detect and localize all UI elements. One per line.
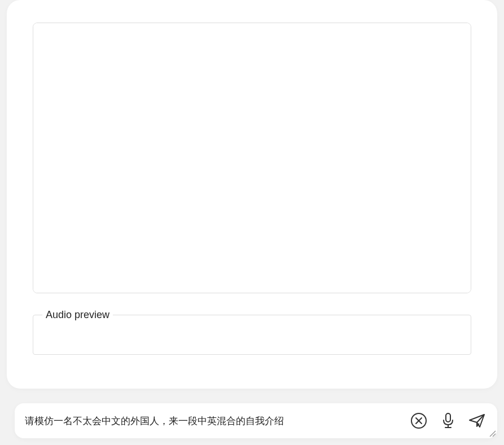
output-textarea[interactable] <box>33 23 471 293</box>
send-icon <box>468 413 487 429</box>
output-textarea-container <box>33 23 471 293</box>
input-bar <box>15 403 497 438</box>
close-icon <box>410 412 427 429</box>
audio-preview-panel: Audio preview <box>33 309 471 355</box>
svg-line-6 <box>490 431 496 437</box>
microphone-button[interactable] <box>439 411 458 430</box>
close-button[interactable] <box>409 411 428 430</box>
input-actions <box>409 411 487 430</box>
resize-handle-icon <box>488 429 496 437</box>
main-content-card: Audio preview <box>7 0 497 389</box>
microphone-icon <box>441 412 455 429</box>
svg-rect-3 <box>446 413 450 422</box>
audio-preview-label: Audio preview <box>42 309 113 321</box>
send-button[interactable] <box>468 411 487 430</box>
message-input[interactable] <box>25 415 409 426</box>
svg-line-7 <box>493 434 496 437</box>
